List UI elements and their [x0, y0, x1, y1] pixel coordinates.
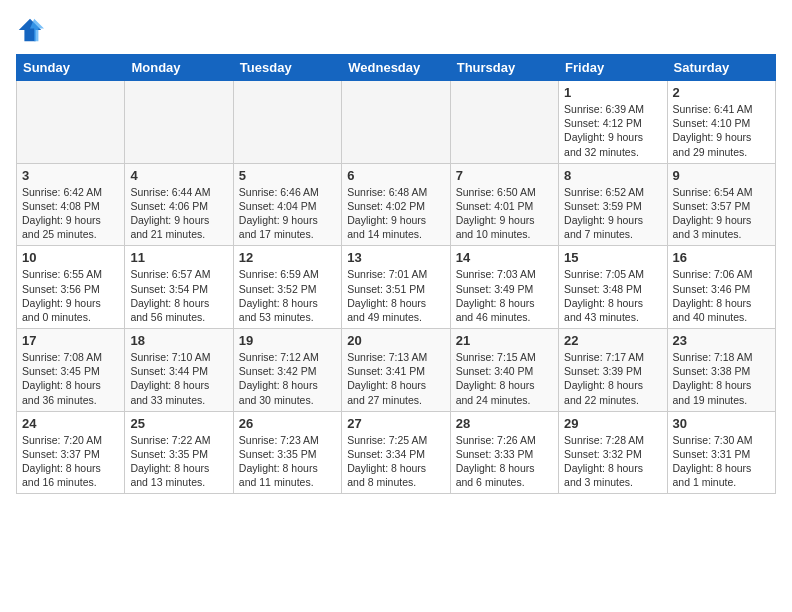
calendar-day-cell [17, 81, 125, 164]
calendar-day-cell: 3Sunrise: 6:42 AM Sunset: 4:08 PM Daylig… [17, 163, 125, 246]
day-number: 9 [673, 168, 770, 183]
day-number: 14 [456, 250, 553, 265]
day-info: Sunrise: 6:48 AM Sunset: 4:02 PM Dayligh… [347, 185, 444, 242]
day-number: 2 [673, 85, 770, 100]
day-info: Sunrise: 6:57 AM Sunset: 3:54 PM Dayligh… [130, 267, 227, 324]
day-number: 6 [347, 168, 444, 183]
weekday-header-sunday: Sunday [17, 55, 125, 81]
day-info: Sunrise: 7:01 AM Sunset: 3:51 PM Dayligh… [347, 267, 444, 324]
calendar-day-cell: 4Sunrise: 6:44 AM Sunset: 4:06 PM Daylig… [125, 163, 233, 246]
calendar-day-cell: 18Sunrise: 7:10 AM Sunset: 3:44 PM Dayli… [125, 329, 233, 412]
calendar-day-cell: 25Sunrise: 7:22 AM Sunset: 3:35 PM Dayli… [125, 411, 233, 494]
day-info: Sunrise: 7:28 AM Sunset: 3:32 PM Dayligh… [564, 433, 661, 490]
day-number: 19 [239, 333, 336, 348]
day-number: 26 [239, 416, 336, 431]
day-number: 23 [673, 333, 770, 348]
day-info: Sunrise: 7:22 AM Sunset: 3:35 PM Dayligh… [130, 433, 227, 490]
calendar-day-cell: 8Sunrise: 6:52 AM Sunset: 3:59 PM Daylig… [559, 163, 667, 246]
day-info: Sunrise: 6:50 AM Sunset: 4:01 PM Dayligh… [456, 185, 553, 242]
calendar-day-cell: 23Sunrise: 7:18 AM Sunset: 3:38 PM Dayli… [667, 329, 775, 412]
calendar-week-row: 17Sunrise: 7:08 AM Sunset: 3:45 PM Dayli… [17, 329, 776, 412]
calendar-week-row: 3Sunrise: 6:42 AM Sunset: 4:08 PM Daylig… [17, 163, 776, 246]
day-info: Sunrise: 7:17 AM Sunset: 3:39 PM Dayligh… [564, 350, 661, 407]
day-number: 22 [564, 333, 661, 348]
day-number: 15 [564, 250, 661, 265]
day-info: Sunrise: 7:05 AM Sunset: 3:48 PM Dayligh… [564, 267, 661, 324]
day-info: Sunrise: 6:52 AM Sunset: 3:59 PM Dayligh… [564, 185, 661, 242]
day-number: 11 [130, 250, 227, 265]
calendar-week-row: 1Sunrise: 6:39 AM Sunset: 4:12 PM Daylig… [17, 81, 776, 164]
calendar-table: SundayMondayTuesdayWednesdayThursdayFrid… [16, 54, 776, 494]
day-number: 20 [347, 333, 444, 348]
day-info: Sunrise: 6:55 AM Sunset: 3:56 PM Dayligh… [22, 267, 119, 324]
calendar-day-cell [125, 81, 233, 164]
weekday-header-thursday: Thursday [450, 55, 558, 81]
calendar-day-cell [342, 81, 450, 164]
day-number: 21 [456, 333, 553, 348]
calendar-day-cell: 15Sunrise: 7:05 AM Sunset: 3:48 PM Dayli… [559, 246, 667, 329]
day-info: Sunrise: 6:46 AM Sunset: 4:04 PM Dayligh… [239, 185, 336, 242]
weekday-header-wednesday: Wednesday [342, 55, 450, 81]
calendar-day-cell: 13Sunrise: 7:01 AM Sunset: 3:51 PM Dayli… [342, 246, 450, 329]
logo-icon [16, 16, 44, 44]
calendar-day-cell: 27Sunrise: 7:25 AM Sunset: 3:34 PM Dayli… [342, 411, 450, 494]
calendar-day-cell: 10Sunrise: 6:55 AM Sunset: 3:56 PM Dayli… [17, 246, 125, 329]
day-info: Sunrise: 7:25 AM Sunset: 3:34 PM Dayligh… [347, 433, 444, 490]
day-number: 17 [22, 333, 119, 348]
calendar-day-cell: 14Sunrise: 7:03 AM Sunset: 3:49 PM Dayli… [450, 246, 558, 329]
day-number: 12 [239, 250, 336, 265]
day-info: Sunrise: 7:06 AM Sunset: 3:46 PM Dayligh… [673, 267, 770, 324]
calendar-day-cell: 30Sunrise: 7:30 AM Sunset: 3:31 PM Dayli… [667, 411, 775, 494]
day-number: 27 [347, 416, 444, 431]
calendar-day-cell [450, 81, 558, 164]
calendar-day-cell: 28Sunrise: 7:26 AM Sunset: 3:33 PM Dayli… [450, 411, 558, 494]
day-info: Sunrise: 7:30 AM Sunset: 3:31 PM Dayligh… [673, 433, 770, 490]
day-info: Sunrise: 7:26 AM Sunset: 3:33 PM Dayligh… [456, 433, 553, 490]
calendar-day-cell: 29Sunrise: 7:28 AM Sunset: 3:32 PM Dayli… [559, 411, 667, 494]
day-info: Sunrise: 6:39 AM Sunset: 4:12 PM Dayligh… [564, 102, 661, 159]
day-info: Sunrise: 7:20 AM Sunset: 3:37 PM Dayligh… [22, 433, 119, 490]
day-info: Sunrise: 6:59 AM Sunset: 3:52 PM Dayligh… [239, 267, 336, 324]
day-info: Sunrise: 7:03 AM Sunset: 3:49 PM Dayligh… [456, 267, 553, 324]
weekday-header-saturday: Saturday [667, 55, 775, 81]
day-number: 5 [239, 168, 336, 183]
calendar-day-cell: 7Sunrise: 6:50 AM Sunset: 4:01 PM Daylig… [450, 163, 558, 246]
day-number: 4 [130, 168, 227, 183]
day-info: Sunrise: 6:41 AM Sunset: 4:10 PM Dayligh… [673, 102, 770, 159]
header [16, 16, 776, 44]
calendar-day-cell: 21Sunrise: 7:15 AM Sunset: 3:40 PM Dayli… [450, 329, 558, 412]
day-number: 24 [22, 416, 119, 431]
calendar-day-cell: 9Sunrise: 6:54 AM Sunset: 3:57 PM Daylig… [667, 163, 775, 246]
day-number: 10 [22, 250, 119, 265]
day-info: Sunrise: 7:10 AM Sunset: 3:44 PM Dayligh… [130, 350, 227, 407]
day-number: 1 [564, 85, 661, 100]
day-number: 28 [456, 416, 553, 431]
weekday-header-monday: Monday [125, 55, 233, 81]
weekday-header-row: SundayMondayTuesdayWednesdayThursdayFrid… [17, 55, 776, 81]
day-info: Sunrise: 7:15 AM Sunset: 3:40 PM Dayligh… [456, 350, 553, 407]
weekday-header-friday: Friday [559, 55, 667, 81]
calendar-day-cell: 24Sunrise: 7:20 AM Sunset: 3:37 PM Dayli… [17, 411, 125, 494]
day-number: 3 [22, 168, 119, 183]
day-info: Sunrise: 6:44 AM Sunset: 4:06 PM Dayligh… [130, 185, 227, 242]
day-info: Sunrise: 7:23 AM Sunset: 3:35 PM Dayligh… [239, 433, 336, 490]
day-info: Sunrise: 7:18 AM Sunset: 3:38 PM Dayligh… [673, 350, 770, 407]
weekday-header-tuesday: Tuesday [233, 55, 341, 81]
day-info: Sunrise: 6:54 AM Sunset: 3:57 PM Dayligh… [673, 185, 770, 242]
calendar-day-cell: 17Sunrise: 7:08 AM Sunset: 3:45 PM Dayli… [17, 329, 125, 412]
calendar-day-cell: 26Sunrise: 7:23 AM Sunset: 3:35 PM Dayli… [233, 411, 341, 494]
calendar-day-cell: 1Sunrise: 6:39 AM Sunset: 4:12 PM Daylig… [559, 81, 667, 164]
day-number: 16 [673, 250, 770, 265]
day-number: 29 [564, 416, 661, 431]
day-number: 13 [347, 250, 444, 265]
day-number: 8 [564, 168, 661, 183]
day-info: Sunrise: 7:08 AM Sunset: 3:45 PM Dayligh… [22, 350, 119, 407]
calendar-day-cell: 12Sunrise: 6:59 AM Sunset: 3:52 PM Dayli… [233, 246, 341, 329]
calendar-day-cell: 5Sunrise: 6:46 AM Sunset: 4:04 PM Daylig… [233, 163, 341, 246]
day-number: 18 [130, 333, 227, 348]
calendar-day-cell: 6Sunrise: 6:48 AM Sunset: 4:02 PM Daylig… [342, 163, 450, 246]
calendar-week-row: 10Sunrise: 6:55 AM Sunset: 3:56 PM Dayli… [17, 246, 776, 329]
day-info: Sunrise: 6:42 AM Sunset: 4:08 PM Dayligh… [22, 185, 119, 242]
day-number: 7 [456, 168, 553, 183]
calendar-week-row: 24Sunrise: 7:20 AM Sunset: 3:37 PM Dayli… [17, 411, 776, 494]
